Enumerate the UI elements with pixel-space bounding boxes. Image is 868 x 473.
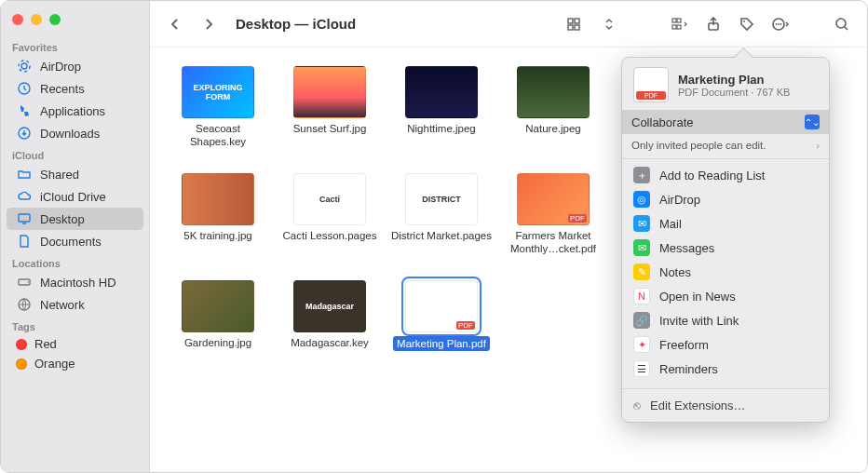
share-app-freeform[interactable]: ✦Freeform: [622, 332, 829, 357]
svg-rect-12: [672, 19, 676, 22]
share-app-list: ＋Add to Reading List ◎AirDrop ✉Mail ✉Mes…: [622, 159, 829, 385]
sidebar-item-downloads[interactable]: Downloads: [7, 122, 143, 144]
share-app-news[interactable]: NOpen in News: [622, 284, 829, 308]
svg-point-21: [780, 23, 782, 25]
file-item[interactable]: Nighttime.jpeg: [390, 66, 493, 149]
share-file-title: Marketing Plan: [678, 73, 790, 87]
sidebar-item-desktop[interactable]: Desktop: [7, 208, 143, 230]
share-button[interactable]: [701, 12, 726, 36]
svg-rect-15: [677, 25, 681, 29]
sidebar-item-network[interactable]: Network: [7, 293, 143, 316]
file-name: Marketing Plan.pdf: [393, 336, 490, 351]
share-app-mail[interactable]: ✉Mail: [622, 211, 829, 236]
sidebar-item-applications[interactable]: Applications: [7, 100, 143, 122]
file-item[interactable]: MadagascarMadagascar.key: [278, 280, 381, 351]
share-app-label: Messages: [659, 241, 714, 255]
file-name: District Market.pages: [391, 229, 492, 242]
sidebar-section-favorites: Favorites: [1, 36, 149, 55]
sidebar-item-icloud-drive[interactable]: iCloud Drive: [7, 185, 143, 208]
sidebar-section-icloud: iCloud: [1, 144, 149, 163]
window-title: Desktop — iCloud: [236, 16, 356, 32]
forward-button[interactable]: [197, 12, 221, 36]
share-app-messages[interactable]: ✉Messages: [622, 236, 829, 260]
sidebar-item-label: Documents: [40, 235, 102, 249]
share-popover: PDF Marketing Plan PDF Document · 767 KB…: [621, 57, 830, 423]
file-item[interactable]: DISTRICTDistrict Market.pages: [390, 173, 493, 256]
file-thumbnail: Cacti: [293, 173, 366, 225]
close-window-button[interactable]: [12, 14, 23, 25]
file-thumbnail: PDF: [405, 280, 478, 332]
file-thumbnail: [293, 66, 366, 118]
file-name: Nighttime.jpeg: [407, 122, 476, 135]
share-header: PDF Marketing Plan PDF Document · 767 KB: [622, 58, 829, 110]
more-actions-button[interactable]: [768, 12, 793, 36]
svg-rect-11: [575, 25, 579, 30]
link-icon: 🔗: [633, 312, 650, 329]
toolbar: Desktop — iCloud: [150, 1, 867, 47]
view-switcher-chevron-icon[interactable]: [597, 12, 621, 36]
share-app-airdrop[interactable]: ◎AirDrop: [622, 187, 829, 211]
sidebar-tag-orange[interactable]: Orange: [7, 354, 143, 373]
sidebar-item-label: Desktop: [40, 212, 85, 226]
chevron-updown-icon: ⌃⌄: [805, 115, 820, 129]
file-item[interactable]: PDFFarmers Market Monthly…cket.pdf: [502, 173, 604, 256]
svg-point-22: [836, 19, 846, 28]
share-edit-extensions[interactable]: ⎋ Edit Extensions…: [622, 393, 829, 422]
mail-icon: ✉: [633, 215, 650, 232]
tag-dot-icon: [16, 339, 27, 350]
desktop-icon: [16, 210, 33, 227]
share-app-label: Add to Reading List: [659, 169, 765, 182]
svg-rect-10: [568, 25, 573, 30]
tags-button[interactable]: [735, 12, 759, 36]
file-name: Madagascar.key: [291, 336, 369, 349]
sidebar-item-documents[interactable]: Documents: [7, 230, 143, 252]
back-button[interactable]: [163, 12, 187, 36]
sidebar-item-label: Downloads: [40, 127, 100, 141]
sidebar-item-label: Applications: [40, 104, 105, 118]
sidebar-tag-red[interactable]: Red: [7, 334, 143, 354]
file-item[interactable]: Sunset Surf.jpg: [278, 66, 381, 149]
file-item[interactable]: Gardening.jpg: [167, 280, 269, 351]
tag-dot-icon: [16, 358, 27, 370]
file-thumbnail: [517, 66, 590, 118]
chevron-right-icon: ›: [816, 140, 820, 151]
share-app-reading-list[interactable]: ＋Add to Reading List: [622, 163, 829, 187]
apps-icon: [16, 102, 33, 119]
share-app-notes[interactable]: ✎Notes: [622, 260, 829, 284]
share-app-invite-link[interactable]: 🔗Invite with Link: [622, 308, 829, 332]
file-item[interactable]: CactiCacti Lesson.pages: [278, 173, 381, 256]
sidebar-item-airdrop[interactable]: AirDrop: [7, 55, 143, 77]
file-item[interactable]: Nature.jpeg: [502, 66, 604, 149]
svg-rect-4: [19, 214, 30, 222]
extensions-icon: ⎋: [633, 399, 641, 412]
share-permissions-row[interactable]: Only invited people can edit. ›: [622, 134, 829, 159]
svg-rect-14: [672, 25, 676, 29]
view-icons-button[interactable]: [563, 12, 588, 36]
file-item[interactable]: 5K training.jpg: [167, 173, 269, 256]
sidebar-item-label: Red: [34, 337, 57, 351]
share-file-subtitle: PDF Document · 767 KB: [678, 87, 790, 98]
sidebar-item-label: Macintosh HD: [40, 276, 116, 290]
share-app-reminders[interactable]: ☰Reminders: [622, 357, 829, 381]
sidebar-item-macintosh-hd[interactable]: Macintosh HD: [7, 271, 143, 293]
sidebar: Favorites AirDrop Recents Applications D…: [1, 1, 150, 472]
search-button[interactable]: [830, 12, 854, 36]
airdrop-icon: [16, 58, 33, 74]
file-item[interactable]: PDFMarketing Plan.pdf: [390, 280, 493, 351]
fullscreen-window-button[interactable]: [49, 14, 61, 25]
share-permissions-label: Only invited people can edit.: [631, 140, 766, 151]
group-by-button[interactable]: [668, 12, 692, 36]
svg-point-17: [743, 20, 745, 22]
share-mode-dropdown[interactable]: Collaborate ⌃⌄: [622, 110, 829, 134]
separator: [622, 388, 829, 389]
sidebar-item-shared[interactable]: Shared: [7, 163, 143, 185]
file-item[interactable]: EXPLORING FORMSeacoast Shapes.key: [167, 66, 269, 149]
share-edit-extensions-label: Edit Extensions…: [650, 399, 746, 412]
pdf-badge-icon: PDF: [568, 214, 587, 223]
sidebar-item-recents[interactable]: Recents: [7, 77, 143, 100]
globe-icon: [16, 296, 33, 313]
file-thumbnail: [182, 280, 254, 332]
minimize-window-button[interactable]: [31, 14, 42, 25]
sidebar-item-label: Network: [40, 298, 85, 312]
download-icon: [16, 125, 33, 142]
